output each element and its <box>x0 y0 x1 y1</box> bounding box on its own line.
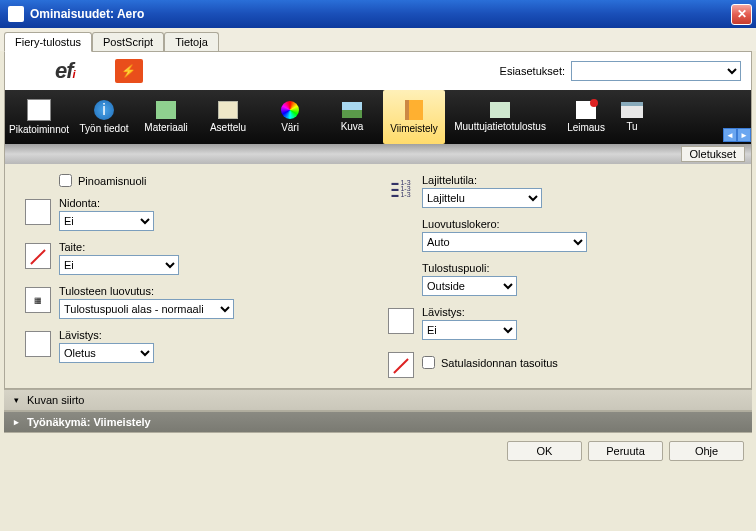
sort-icon: ▬ 1-3▬ 1-3▬ 1-3 <box>388 176 414 202</box>
presets-label: Esiasetukset: <box>500 65 565 77</box>
chevron-right-icon: ▸ <box>14 417 19 427</box>
output-delivery-row: ▦ Tulosteen luovutus: Tulostuspuoli alas… <box>25 285 368 319</box>
page-icon <box>27 99 51 121</box>
punch-right-row: Lävistys: Ei <box>388 306 731 340</box>
defaults-bar: Oletukset <box>5 144 751 164</box>
vdp-icon <box>490 102 510 118</box>
app-icon: ⚙ <box>8 6 24 22</box>
punch-left-label: Lävistys: <box>59 329 154 341</box>
punch-right-icon <box>388 308 414 334</box>
stacking-arrow-checkbox-label[interactable]: Pinoamisnuoli <box>59 174 146 187</box>
tool-stamping[interactable]: Leimaus <box>555 90 617 144</box>
tool-job-info[interactable]: iTyön tiedot <box>73 90 135 144</box>
chevron-down-icon: ▾ <box>14 395 19 405</box>
output-tray-select[interactable]: Auto <box>422 232 587 252</box>
toolbar-scroll-left[interactable]: ◄ <box>723 128 737 142</box>
punch-left-icon <box>25 331 51 357</box>
output-delivery-label: Tulosteen luovutus: <box>59 285 234 297</box>
punch-left-select[interactable]: Oletus <box>59 343 154 363</box>
saddle-comp-text: Satulasidonnan tasoitus <box>441 357 558 369</box>
punch-right-select[interactable]: Ei <box>422 320 517 340</box>
sort-mode-select[interactable]: Lajittelu <box>422 188 542 208</box>
tool-layout[interactable]: Asettelu <box>197 90 259 144</box>
fiery-icon <box>115 59 143 83</box>
fold-row: Taite: Ei <box>25 241 368 275</box>
printer-icon <box>621 102 643 118</box>
tool-finishing[interactable]: Viimeistely <box>383 90 445 144</box>
form-area: Pinoamisnuoli Nidonta: Ei Taite: Ei ▦ <box>5 164 751 388</box>
tool-vdp[interactable]: Muuttujatietotulostus <box>445 90 555 144</box>
image-icon <box>342 102 362 118</box>
output-tray-row: Luovutuslokero: Auto <box>388 218 731 252</box>
window-title: Ominaisuudet: Aero <box>30 7 731 21</box>
help-button[interactable]: Ohje <box>669 441 744 461</box>
accordion-job-view-label: Työnäkymä: Viimeistely <box>27 416 151 428</box>
sort-mode-row: ▬ 1-3▬ 1-3▬ 1-3 Lajittelutila: Lajittelu <box>388 174 731 208</box>
sort-mode-label: Lajittelutila: <box>422 174 542 186</box>
tool-media[interactable]: Materiaali <box>135 90 197 144</box>
tab-about[interactable]: Tietoja <box>164 32 219 51</box>
saddle-comp-row: Satulasidonnan tasoitus <box>388 350 731 378</box>
defaults-button[interactable]: Oletukset <box>681 146 745 162</box>
toolbar-scroll: ◄ ► <box>723 90 751 144</box>
title-bar: ⚙ Ominaisuudet: Aero ✕ <box>0 0 756 28</box>
close-button[interactable]: ✕ <box>731 4 752 25</box>
tool-image[interactable]: Kuva <box>321 90 383 144</box>
page-icon <box>25 199 51 225</box>
accordion-image-shift-label: Kuvan siirto <box>27 394 84 406</box>
color-icon <box>281 101 299 119</box>
accordion-image-shift[interactable]: ▾ Kuvan siirto <box>4 389 752 411</box>
right-column: ▬ 1-3▬ 1-3▬ 1-3 Lajittelutila: Lajittelu… <box>388 174 731 378</box>
toolbar: Pikatoiminnot iTyön tiedot Materiaali As… <box>5 90 751 144</box>
saddle-icon <box>388 352 414 378</box>
tab-strip: Fiery-tulostus PostScript Tietoja <box>0 28 756 51</box>
finishing-icon <box>405 100 423 120</box>
media-icon <box>156 101 176 119</box>
cancel-button[interactable]: Peruuta <box>588 441 663 461</box>
fold-icon <box>25 243 51 269</box>
print-side-select[interactable]: Outside <box>422 276 517 296</box>
accordion-job-view[interactable]: ▸ Työnäkymä: Viimeistely <box>4 411 752 433</box>
left-column: Pinoamisnuoli Nidonta: Ei Taite: Ei ▦ <box>25 174 368 378</box>
punch-left-row: Lävistys: Oletus <box>25 329 368 363</box>
ok-button[interactable]: OK <box>507 441 582 461</box>
stapling-select[interactable]: Ei <box>59 211 154 231</box>
info-icon: i <box>94 100 114 120</box>
efi-logo: efi <box>55 58 75 84</box>
print-side-label: Tulostuspuoli: <box>422 262 517 274</box>
tool-printer[interactable]: Tu <box>617 90 647 144</box>
stapling-row: Nidonta: Ei <box>25 197 368 231</box>
saddle-comp-checkbox-label[interactable]: Satulasidonnan tasoitus <box>422 356 558 369</box>
spacer-icon <box>388 220 414 246</box>
tool-quick-actions[interactable]: Pikatoiminnot <box>5 90 73 144</box>
tab-fiery-print[interactable]: Fiery-tulostus <box>4 32 92 52</box>
output-delivery-icon: ▦ <box>25 287 51 313</box>
tool-color[interactable]: Väri <box>259 90 321 144</box>
tab-postscript[interactable]: PostScript <box>92 32 164 51</box>
tab-panel: efi Esiasetukset: Pikatoiminnot iTyön ti… <box>4 51 752 389</box>
stamp-icon <box>576 101 596 119</box>
output-tray-label: Luovutuslokero: <box>422 218 587 230</box>
stacking-arrow-row: Pinoamisnuoli <box>59 174 368 187</box>
fold-select[interactable]: Ei <box>59 255 179 275</box>
presets-select[interactable] <box>571 61 741 81</box>
stacking-arrow-text: Pinoamisnuoli <box>78 175 146 187</box>
fold-label: Taite: <box>59 241 179 253</box>
output-delivery-select[interactable]: Tulostuspuoli alas - normaali <box>59 299 234 319</box>
saddle-comp-checkbox[interactable] <box>422 356 435 369</box>
punch-right-label: Lävistys: <box>422 306 517 318</box>
toolbar-scroll-right[interactable]: ► <box>737 128 751 142</box>
layout-icon <box>218 101 238 119</box>
stacking-arrow-checkbox[interactable] <box>59 174 72 187</box>
spacer-icon <box>388 264 414 290</box>
footer: OK Peruuta Ohje <box>0 433 756 469</box>
print-side-row: Tulostuspuoli: Outside <box>388 262 731 296</box>
brand-strip: efi Esiasetukset: <box>5 52 751 90</box>
stapling-label: Nidonta: <box>59 197 154 209</box>
